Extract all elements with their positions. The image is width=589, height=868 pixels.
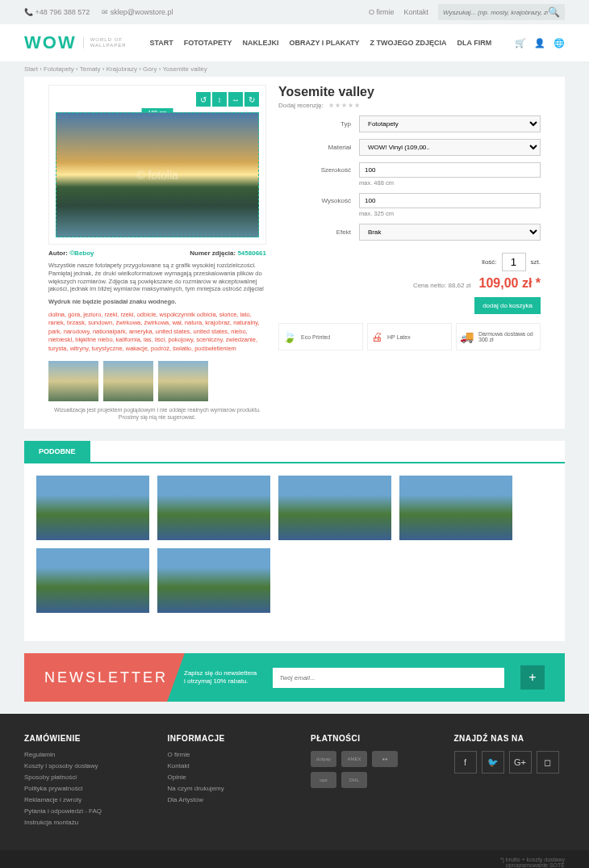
pay-amex-icon: AMEX (341, 751, 367, 767)
thumb-note: Wizualizacja jest projektem poglądowym i… (48, 406, 266, 421)
resize-v-icon[interactable]: ↕ (212, 92, 227, 107)
header-icons: 🛒 👤 🌐 (515, 38, 565, 48)
newsletter-text: Zapisz się do newsletterai otrzymaj 10% … (184, 669, 257, 686)
author-link[interactable]: ©Beboy (69, 249, 94, 257)
footer-link[interactable]: O firmie (168, 751, 279, 758)
twitter-icon[interactable]: 🐦 (482, 751, 504, 774)
preview-thumb[interactable] (158, 361, 208, 401)
logo-sub: WORLD OFWALLPAPER (83, 37, 127, 48)
similar-section: PODOBNE (24, 441, 565, 641)
google-plus-icon[interactable]: G+ (509, 751, 532, 774)
nav-start[interactable]: START (149, 39, 173, 47)
email[interactable]: ✉ sklep@wowstore.pl (102, 8, 173, 16)
nav-fototapety[interactable]: FOTOTAPETY (184, 39, 232, 47)
rotate-ccw-icon[interactable]: ↺ (196, 92, 211, 107)
footer: ZAMÓWIENIE Regulamin Koszty i sposoby do… (0, 714, 589, 850)
newsletter-submit[interactable]: + (520, 665, 545, 690)
product-image[interactable]: © fotolia (56, 112, 259, 237)
material-select[interactable]: WOW! Vinyl (109,00.. (359, 139, 541, 156)
footer-link[interactable]: Pytania i odpowiedzi - FAQ (24, 807, 136, 815)
height-label: Wysokość (278, 197, 351, 204)
cart-icon[interactable]: 🛒 (515, 38, 526, 48)
product-image-box: ↺ ↕ ↔ ↻ 100 cm 100 cm © fotolia (48, 85, 266, 245)
footer-link[interactable]: Dla Artystów (168, 796, 279, 803)
search-icon[interactable]: 🔍 (548, 6, 560, 18)
similar-item[interactable] (278, 476, 391, 540)
instagram-icon[interactable]: ◻ (537, 751, 559, 774)
footer-col-pay: PŁATNOŚCI dotpay AMEX ●● ups DHL (311, 734, 422, 830)
nav-obrazy[interactable]: OBRAZY I PLAKATY (289, 39, 359, 47)
qty-input[interactable] (502, 253, 526, 271)
truck-icon: 🚚 (460, 330, 474, 343)
footer-col-social: ZNAJDŹ NAS NA f 🐦 G+ ◻ (454, 734, 566, 830)
footer-link[interactable]: Kontakt (168, 762, 279, 769)
preview-thumb[interactable] (103, 361, 153, 401)
preview-thumb[interactable] (48, 361, 98, 401)
bc-item[interactable]: Fototapety (44, 65, 74, 73)
tab-header: PODOBNE (24, 441, 565, 463)
resize-h-icon[interactable]: ↔ (228, 92, 243, 107)
globe-icon[interactable]: 🌐 (553, 38, 565, 48)
tab-similar[interactable]: PODOBNE (24, 441, 90, 462)
watermark: © fotolia (136, 169, 178, 182)
leaf-icon: 🍃 (282, 330, 296, 343)
header: WOW WORLD OFWALLPAPER START FOTOTAPETY N… (0, 24, 589, 61)
footer-link[interactable]: Instrukcja montażu (24, 819, 136, 826)
width-label: Szerokość (278, 166, 351, 174)
product-title: Yosemite valley (278, 85, 541, 99)
footer-link[interactable]: Koszty i sposoby dostawy (24, 762, 136, 769)
similar-item[interactable] (36, 476, 149, 540)
nav-zdjecia[interactable]: Z TWOJEGO ZDJĘCIA (370, 39, 447, 47)
similar-grid (24, 463, 565, 625)
height-input[interactable] (359, 193, 541, 208)
author: Autor: ©Beboy (48, 249, 94, 257)
similar-item[interactable] (157, 548, 270, 613)
similar-item[interactable] (399, 476, 512, 540)
pay-dhl-icon: DHL (341, 772, 367, 788)
footer-link[interactable]: Sposoby płatności (24, 774, 136, 781)
footer-link[interactable]: Opinie (168, 774, 279, 781)
contact-link[interactable]: Kontakt (403, 8, 428, 16)
rating-stars[interactable]: ★★★★★ (328, 102, 361, 109)
width-input[interactable] (359, 162, 541, 178)
effect-select[interactable]: Brak (359, 224, 541, 241)
image-number: Numer zdjęcia: 54580661 (190, 249, 266, 257)
bc-item[interactable]: Start (24, 65, 38, 73)
bc-item[interactable]: Krajobrazy (107, 65, 137, 73)
footer-link[interactable]: Polityka prywatności (24, 785, 136, 792)
footer-link[interactable]: Regulamin (24, 751, 136, 758)
price: 109,00 zł * (479, 276, 541, 291)
feature-eco: 🍃Eco Printed (278, 323, 363, 350)
search-input[interactable] (443, 9, 548, 16)
product-config: Yosemite valley Dodaj recenzję: ★★★★★ Ty… (278, 85, 541, 421)
similar-item[interactable] (36, 548, 149, 613)
breadcrumb: Start › Fototapety › Tematy › Krajobrazy… (0, 61, 589, 77)
pay-mastercard-icon: ●● (372, 751, 398, 767)
bc-item[interactable]: Góry (143, 65, 157, 73)
search-wrap: 🔍 (438, 4, 565, 20)
footer-link[interactable]: Reklamacje i zwroty (24, 796, 136, 803)
nav-naklejki[interactable]: NAKLEJKI (242, 39, 278, 47)
product-tags: dolina, góra, jezioro, rzeki, rzeki, odb… (48, 311, 266, 354)
nav-firm[interactable]: DLA FIRM (457, 39, 492, 47)
footer-col-order: ZAMÓWIENIE Regulamin Koszty i sposoby do… (24, 734, 136, 830)
product-description: Wszystkie nasze fototapety przygotowane … (48, 262, 266, 293)
newsletter-input[interactable] (273, 668, 504, 688)
type-select[interactable]: Fototapety (359, 115, 541, 132)
effect-label: Efekt (278, 229, 351, 236)
add-to-cart-button[interactable]: dodaj do koszyka (474, 297, 541, 314)
footer-link[interactable]: Na czym drukujemy (168, 785, 279, 792)
rotate-cw-icon[interactable]: ↻ (244, 92, 259, 107)
footer-bottom: *) brutto + koszty dostawyoprogramowanie… (0, 850, 589, 868)
user-icon[interactable]: 👤 (534, 38, 545, 48)
about-link[interactable]: O firmie (369, 8, 395, 16)
logo[interactable]: WOW WORLD OFWALLPAPER (24, 32, 127, 53)
facebook-icon[interactable]: f (454, 751, 477, 774)
pay-dotpay-icon: dotpay (311, 751, 336, 767)
width-hint: max. 488 cm (359, 179, 541, 187)
bc-item[interactable]: Tematy (80, 65, 101, 73)
similar-item[interactable] (157, 476, 270, 540)
price-row: Cena netto: 88,62 zł 109,00 zł * (278, 276, 541, 291)
pay-ups-icon: ups (311, 772, 336, 788)
review-row: Dodaj recenzję: ★★★★★ (278, 102, 541, 109)
